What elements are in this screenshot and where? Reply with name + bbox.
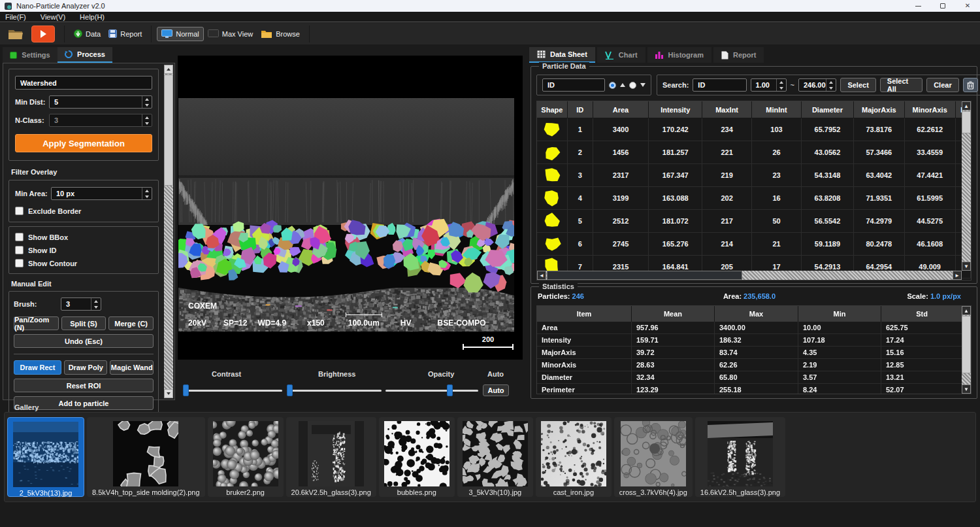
- column-header[interactable]: Item: [537, 306, 632, 322]
- particle-row[interactable]: 32317167.3472192354.314863.404247.4421: [537, 164, 971, 187]
- select-button[interactable]: Select: [840, 78, 875, 92]
- gallery-item[interactable]: bruker2.png: [208, 417, 284, 497]
- sort-desc-radio[interactable]: [629, 82, 636, 89]
- cell[interactable]: 167.347: [649, 164, 702, 187]
- cell[interactable]: 21: [752, 233, 802, 256]
- scroll-down-arrow[interactable]: ▼: [962, 384, 971, 394]
- menu-view[interactable]: View(V): [41, 13, 65, 21]
- cell[interactable]: 61.5995: [905, 187, 956, 210]
- cell[interactable]: 57.3466: [854, 141, 905, 164]
- pan-zoom-button[interactable]: Pan/Zoom (N): [14, 316, 59, 330]
- gallery-item[interactable]: cross_3.7kV6h(4).jpg: [614, 417, 693, 497]
- scroll-down-arrow[interactable]: [164, 389, 173, 398]
- show-id-checkbox[interactable]: Show ID: [15, 246, 152, 254]
- cell[interactable]: 234: [702, 118, 752, 141]
- search-input[interactable]: ID: [693, 78, 746, 92]
- cell[interactable]: 65.7952: [802, 118, 854, 141]
- range-max-spinner[interactable]: 246.00: [798, 78, 836, 92]
- cell[interactable]: 170.242: [649, 118, 702, 141]
- cell[interactable]: 44.5275: [905, 210, 956, 233]
- sem-image-canvas[interactable]: [178, 80, 514, 332]
- cell[interactable]: 63.4042: [854, 164, 905, 187]
- gallery-item[interactable]: 20.6kV2.5h_glass(3).png: [286, 417, 376, 497]
- scrollbar-thumb[interactable]: [962, 316, 971, 373]
- tab-chart[interactable]: Chart: [597, 47, 645, 63]
- opacity-slider[interactable]: [385, 390, 478, 392]
- min-dist-spinner[interactable]: 5: [49, 95, 152, 109]
- particle-table-hscroll[interactable]: ◄ ►: [537, 271, 962, 280]
- column-header[interactable]: Diameter: [802, 101, 854, 118]
- contrast-slider-thumb[interactable]: [183, 384, 189, 396]
- cell[interactable]: 56.5542: [802, 210, 854, 233]
- scroll-right-arrow[interactable]: ►: [953, 271, 962, 280]
- open-folder-button[interactable]: [4, 26, 27, 42]
- gallery-item[interactable]: cast_iron.jpg: [536, 417, 612, 497]
- sort-field-input[interactable]: ID: [542, 78, 605, 92]
- split-button[interactable]: Split (S): [61, 316, 106, 330]
- cell[interactable]: 3199: [593, 187, 649, 210]
- cell[interactable]: 181.257: [649, 141, 702, 164]
- particle-row[interactable]: 13400170.24223410365.795273.817662.2612: [537, 118, 971, 141]
- cell[interactable]: 2: [568, 141, 593, 164]
- cell[interactable]: 221: [702, 141, 752, 164]
- column-header[interactable]: ID: [568, 101, 593, 118]
- particle-row[interactable]: 21456181.2572212643.056257.346633.4559: [537, 141, 971, 164]
- report-button[interactable]: Report: [105, 27, 146, 40]
- min-area-spinner[interactable]: 10 px: [51, 187, 152, 200]
- apply-segmentation-button[interactable]: Apply Segmentation: [15, 134, 152, 152]
- cell[interactable]: 43.0562: [802, 141, 854, 164]
- cell[interactable]: 73.8176: [854, 118, 905, 141]
- sort-asc-radio[interactable]: [609, 82, 616, 89]
- cell[interactable]: 16: [752, 187, 802, 210]
- brightness-slider-thumb[interactable]: [287, 384, 293, 396]
- cell[interactable]: 1: [568, 118, 593, 141]
- magic-wand-button[interactable]: Magic Wand: [110, 360, 154, 375]
- brush-spinner[interactable]: 3: [61, 298, 101, 311]
- column-header[interactable]: Mean: [632, 306, 715, 322]
- maximize-button[interactable]: [930, 0, 955, 12]
- scrollbar-thumb[interactable]: [164, 75, 173, 186]
- cell[interactable]: 54.3148: [802, 164, 854, 187]
- statistics-row[interactable]: Intensity159.71186.32107.1817.24: [537, 334, 971, 347]
- delete-selection-button[interactable]: [963, 78, 978, 92]
- tab-settings[interactable]: Settings: [3, 47, 57, 63]
- cell[interactable]: 33.4559: [905, 141, 956, 164]
- column-header[interactable]: Min: [798, 306, 881, 322]
- run-button[interactable]: [31, 26, 55, 42]
- cell[interactable]: 2317: [593, 164, 649, 187]
- cell[interactable]: 3: [568, 164, 593, 187]
- statistics-row[interactable]: MajorAxis39.7283.744.3515.16: [537, 347, 971, 359]
- brightness-slider[interactable]: [287, 390, 382, 392]
- merge-button[interactable]: Merge (C): [108, 316, 154, 330]
- cell[interactable]: 214: [702, 233, 752, 256]
- cell[interactable]: 71.9351: [854, 187, 905, 210]
- gallery-item[interactable]: 16.6kV2.5h_glass(3).png: [695, 417, 785, 497]
- cell[interactable]: 181.072: [649, 210, 702, 233]
- scroll-up-arrow[interactable]: [164, 65, 173, 74]
- cell[interactable]: 47.4421: [905, 164, 956, 187]
- show-contour-checkbox[interactable]: Show Contour: [15, 259, 152, 267]
- column-header[interactable]: Max: [715, 306, 798, 322]
- statistics-row[interactable]: MinorAxis28.6362.262.1912.85: [537, 359, 971, 371]
- auto-button[interactable]: Auto: [483, 384, 509, 396]
- cell[interactable]: 26: [752, 141, 802, 164]
- statistics-row[interactable]: Diameter32.3465.803.5713.21: [537, 371, 971, 384]
- particle-table-vscroll[interactable]: ▲ ▼: [962, 101, 971, 271]
- cell[interactable]: 5: [568, 210, 593, 233]
- cell[interactable]: 163.088: [649, 187, 702, 210]
- tab-report[interactable]: Report: [713, 47, 764, 63]
- column-header[interactable]: MajorAxis: [854, 101, 905, 118]
- cell[interactable]: 50: [752, 210, 802, 233]
- gallery-item[interactable]: bubbles.png: [379, 417, 455, 497]
- cell[interactable]: 2745: [593, 233, 649, 256]
- range-min-spinner[interactable]: 1.00: [751, 78, 787, 92]
- cell[interactable]: 219: [702, 164, 752, 187]
- contrast-slider[interactable]: [183, 390, 282, 392]
- normal-view-button[interactable]: Normal: [157, 27, 203, 41]
- cell[interactable]: 6: [568, 233, 593, 256]
- select-all-button[interactable]: Select All: [880, 78, 923, 92]
- statistics-row[interactable]: Perimeter123.29255.188.2452.07: [537, 384, 971, 394]
- reset-roi-button[interactable]: Reset ROI: [14, 379, 154, 392]
- cell[interactable]: 3400: [593, 118, 649, 141]
- column-header[interactable]: Shape: [537, 101, 568, 118]
